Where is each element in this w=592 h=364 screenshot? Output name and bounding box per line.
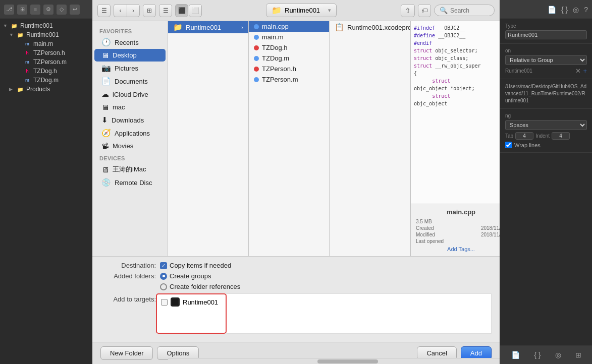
column-view-btn[interactable]: ⬛ — [175, 4, 188, 17]
location-select[interactable]: Relative to Group — [505, 55, 587, 65]
inspector-icon-doc[interactable]: 📄 — [548, 6, 556, 14]
clear-path-icon[interactable]: ✕ — [575, 67, 581, 75]
back-btn[interactable]: ‹ — [114, 4, 127, 17]
tree-root[interactable]: ▼ 📁 Runtime001 — [0, 21, 92, 30]
inspector-icon-target[interactable]: ◎ — [573, 6, 579, 14]
column-1: 📁 Runtime001 › — [168, 21, 249, 256]
col2-item-mainm[interactable]: main.m — [249, 32, 329, 42]
radio-folder-references[interactable] — [160, 283, 167, 290]
col2-item-tzpersonm[interactable]: TZPerson.m — [249, 74, 329, 85]
col2-label-tzpersonh: TZPerson.h — [262, 65, 296, 73]
target-icon-runtime001 — [171, 297, 180, 307]
folder-browse-icon[interactable]: + — [583, 67, 587, 75]
sidebar-label-remotedisc: Remote Disc — [115, 179, 152, 187]
col2-label-tzpersonm: TZPerson.m — [262, 76, 298, 83]
location-label: on — [505, 48, 587, 53]
tab-value-input[interactable] — [515, 132, 533, 140]
targets-area: Runtime001 — [156, 293, 492, 334]
col2-item-tzdogh[interactable]: TZDog.h — [249, 42, 329, 53]
sidebar-item-movies[interactable]: 📽 Movies — [94, 140, 166, 152]
col2-item-tzpersonh[interactable]: TZPerson.h — [249, 64, 329, 74]
location-section: on Relative to Group Runtime001 ✕ + — [500, 44, 592, 79]
sidebar-item-downloads[interactable]: ⬇ Downloads — [94, 113, 166, 127]
wrap-label: Wrap lines — [514, 142, 541, 148]
sidebar-item-recents[interactable]: 🕐 Recents — [94, 36, 166, 49]
nav-icon-3[interactable]: ≡ — [30, 5, 40, 15]
nav-icon-2[interactable]: ⊞ — [17, 5, 27, 15]
target-app-icon — [172, 299, 178, 305]
tree-label-tzdog-h: TZDog.h — [33, 68, 57, 75]
code-line-8: struct — [414, 77, 500, 85]
sidebar-item-documents[interactable]: 📄 Documents — [94, 75, 166, 88]
file-path: /Users/mac/Desktop/GitHub/iOS_Advanced/1… — [505, 83, 587, 104]
grid-view-btn[interactable]: ⊞ — [143, 4, 156, 17]
col3-item-xcodeproj[interactable]: 📋 Runtime001.xcodeproj — [330, 21, 410, 33]
destination-value: ✓ Copy items if needed — [160, 262, 231, 269]
flow-view-btn[interactable]: ⬜ — [189, 4, 202, 17]
preview-modified-value: 2018/11/16 — [481, 232, 500, 237]
inspector-bottom-toolbar: 📄 { } ◎ ⊞ — [500, 345, 592, 364]
radio-create-groups[interactable] — [160, 273, 167, 280]
search-input[interactable] — [450, 7, 491, 14]
tree-tzperson-m[interactable]: m TZPerson.m — [0, 57, 92, 67]
preview-created-label: Created — [416, 225, 434, 231]
sidebar-label-documents: Documents — [115, 78, 148, 85]
forward-btn[interactable]: › — [127, 4, 140, 17]
col2-label-mainm: main.m — [262, 33, 284, 41]
nav-icon-4[interactable]: ⚙ — [43, 5, 53, 15]
file-m-icon-3: m — [23, 77, 31, 84]
sidebar-label-mac: mac — [113, 103, 125, 111]
tree-tzdog-m[interactable]: m TZDog.m — [0, 76, 92, 85]
sidebar-item-mac[interactable]: 🖥 mac — [94, 101, 166, 113]
inspector-bottom-icon-4[interactable]: ⊞ — [575, 351, 581, 359]
root-folder-icon: 📁 — [10, 22, 18, 29]
destination-checkbox[interactable]: ✓ — [160, 262, 167, 269]
preview-modified-label: Modified — [416, 232, 435, 237]
share-btn[interactable]: ⇧ — [401, 4, 415, 17]
sidebar-item-imac[interactable]: 🖥 王涛的iMac — [94, 163, 166, 176]
path-dropdown[interactable]: 📁 Runtime001 ▾ — [266, 4, 337, 17]
inspector-bottom-icon-3[interactable]: ◎ — [555, 351, 561, 359]
type-input[interactable] — [505, 30, 587, 39]
nav-icon-5[interactable]: ◇ — [57, 5, 67, 15]
sidebar-item-desktop[interactable]: 🖥 Desktop — [94, 49, 166, 62]
disc-icon: 💿 — [101, 178, 111, 187]
file-m-icon: m — [23, 40, 31, 47]
nav-icon-1[interactable]: ⎇ — [4, 5, 14, 15]
sidebar-item-icloud[interactable]: ☁ iCloud Drive — [94, 88, 166, 101]
target-checkbox-runtime001[interactable] — [161, 299, 168, 306]
col2-item-maincpp[interactable]: main.cpp — [249, 21, 329, 32]
type-section: Type — [500, 19, 592, 44]
add-tags-link[interactable]: Add Tags... — [416, 246, 500, 252]
sidebar-toggle-btn[interactable]: ☰ — [97, 4, 111, 17]
sidebar-item-remotedisc[interactable]: 💿 Remote Disc — [94, 176, 166, 189]
tag-btn[interactable]: 🏷 — [418, 4, 431, 17]
spaces-select[interactable]: Spaces — [505, 120, 587, 130]
destination-row: Destination: ✓ Copy items if needed — [100, 262, 492, 269]
sidebar-item-pictures[interactable]: 📷 Pictures — [94, 62, 166, 75]
target-name-runtime001: Runtime001 — [183, 298, 218, 306]
col2-item-tzdogm[interactable]: TZDog.m — [249, 53, 329, 64]
indent-value-input[interactable] — [552, 132, 570, 140]
tree-arrow: ▼ — [3, 23, 10, 28]
path-folder-icon: 📁 — [272, 6, 282, 15]
tree-main-m[interactable]: m main.m — [0, 39, 92, 48]
tree-label-tzperson-m: TZPerson.m — [33, 58, 67, 66]
inspector-bottom-icon-1[interactable]: 📄 — [511, 351, 520, 359]
tree-tzdog-h[interactable]: h TZDog.h — [0, 67, 92, 76]
tree-runtime001-folder[interactable]: ▼ 📁 Runtime001 — [0, 30, 92, 39]
wrap-checkbox[interactable] — [505, 142, 512, 148]
new-folder-button[interactable]: New Folder — [100, 346, 153, 360]
col1-item-runtime001[interactable]: 📁 Runtime001 › — [168, 21, 248, 33]
nav-icon-6[interactable]: ↩ — [70, 5, 80, 15]
sidebar-item-applications[interactable]: 🧭 Applications — [94, 127, 166, 140]
inspector-bottom-icon-2[interactable]: { } — [534, 351, 541, 359]
tree-tzperson-h[interactable]: h TZPerson.h — [0, 48, 92, 57]
inspector-icon-code[interactable]: { } — [561, 6, 568, 14]
list-view-btn[interactable]: ☰ — [159, 4, 172, 17]
tree-products[interactable]: ▶ 📁 Products — [0, 85, 92, 94]
sidebar-label-imac: 王涛的iMac — [113, 165, 146, 174]
inspector-icon-help[interactable]: ? — [584, 6, 588, 14]
pictures-icon: 📷 — [101, 64, 111, 73]
preview-size-row: 3.5 MB — [416, 219, 500, 224]
